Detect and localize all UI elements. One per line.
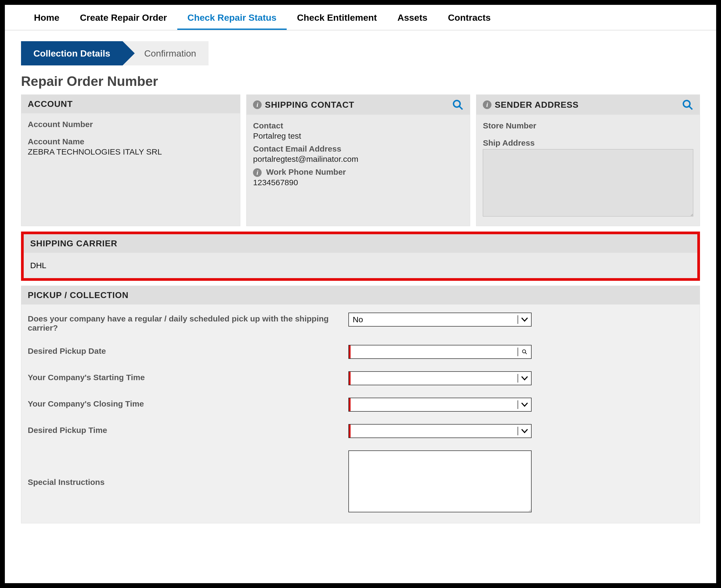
special-instructions-textarea[interactable]	[348, 450, 532, 512]
shipping-carrier-value: DHL	[24, 253, 697, 278]
account-name-value: ZEBRA TECHNOLOGIES ITALY SRL	[28, 147, 234, 156]
shipping-contact-header: i SHIPPING CONTACT	[246, 95, 470, 115]
ship-address-textarea[interactable]	[483, 149, 693, 216]
chevron-down-icon	[518, 427, 531, 435]
svg-line-5	[525, 352, 527, 354]
svg-line-1	[459, 106, 462, 109]
row-desired-pickup-time: Desired Pickup Time	[28, 424, 693, 438]
shipping-contact-body: Contact Portalreg test Contact Email Add…	[246, 115, 470, 226]
sender-address-title: SENDER ADDRESS	[495, 100, 579, 110]
start-time-select[interactable]	[348, 371, 532, 385]
row-close-time: Your Company's Closing Time	[28, 398, 693, 412]
app-frame: Home Create Repair Order Check Repair St…	[5, 5, 716, 583]
desired-pickup-date-input[interactable]	[348, 345, 532, 359]
nav-check-repair-status[interactable]: Check Repair Status	[177, 8, 287, 30]
account-panel-body: Account Number Account Name ZEBRA TECHNO…	[21, 113, 240, 226]
info-icon: i	[253, 168, 262, 177]
calendar-icon[interactable]	[518, 348, 531, 356]
pickup-section: PICKUP / COLLECTION Does your company ha…	[21, 286, 700, 523]
pickup-header: PICKUP / COLLECTION	[21, 286, 700, 304]
work-phone-label: i Work Phone Number	[253, 167, 463, 177]
contact-email-value: portalregtest@mailinator.com	[253, 154, 463, 164]
regular-pickup-value: No	[353, 315, 363, 324]
account-number-label: Account Number	[28, 120, 234, 129]
search-icon[interactable]	[452, 99, 463, 110]
svg-point-0	[454, 100, 460, 107]
row-special-instructions: Special Instructions	[28, 450, 693, 512]
shipping-carrier-highlight: SHIPPING CARRIER DHL	[21, 232, 700, 281]
regular-pickup-label: Does your company have a regular / daily…	[28, 313, 348, 333]
row-regular-pickup: Does your company have a regular / daily…	[28, 313, 693, 333]
row-start-time: Your Company's Starting Time	[28, 371, 693, 385]
nav-contracts[interactable]: Contracts	[438, 8, 501, 30]
info-icon: i	[483, 100, 492, 109]
desired-pickup-date-label: Desired Pickup Date	[28, 345, 348, 356]
contact-label: Contact	[253, 121, 463, 130]
svg-point-2	[683, 100, 690, 107]
required-indicator	[349, 372, 351, 385]
close-time-select[interactable]	[348, 398, 532, 412]
contact-email-label: Contact Email Address	[253, 144, 463, 153]
chevron-down-icon	[518, 315, 531, 324]
start-time-label: Your Company's Starting Time	[28, 371, 348, 382]
chevron-down-icon	[518, 374, 531, 383]
shipping-carrier-header: SHIPPING CARRIER	[24, 234, 697, 253]
sender-address-header: i SENDER ADDRESS	[476, 95, 700, 115]
store-number-label: Store Number	[483, 121, 693, 130]
progress-steps: Collection Details Confirmation	[21, 41, 700, 65]
nav-check-entitlement[interactable]: Check Entitlement	[287, 8, 387, 30]
sender-address-body: Store Number Ship Address	[476, 115, 700, 226]
page-content: Collection Details Confirmation Repair O…	[5, 30, 716, 529]
shipping-carrier-section: SHIPPING CARRIER DHL	[24, 234, 697, 278]
work-phone-value: 1234567890	[253, 178, 463, 187]
required-indicator	[349, 425, 351, 438]
step-confirmation[interactable]: Confirmation	[123, 41, 208, 65]
special-instructions-label: Special Instructions	[28, 476, 348, 487]
account-name-label: Account Name	[28, 137, 234, 146]
required-indicator	[349, 345, 351, 358]
shipping-contact-title: SHIPPING CONTACT	[265, 100, 354, 110]
account-panel: ACCOUNT Account Number Account Name ZEBR…	[21, 94, 240, 226]
svg-line-3	[689, 106, 692, 109]
account-panel-title: ACCOUNT	[28, 99, 73, 109]
step-collection-details[interactable]: Collection Details	[21, 41, 123, 65]
required-indicator	[349, 398, 351, 411]
regular-pickup-select[interactable]: No	[348, 313, 532, 327]
pickup-body: Does your company have a regular / daily…	[21, 304, 700, 523]
account-panel-header: ACCOUNT	[21, 95, 240, 113]
special-instructions-wrap	[348, 450, 532, 512]
top-nav: Home Create Repair Order Check Repair St…	[5, 5, 716, 30]
chevron-down-icon	[518, 400, 531, 409]
nav-home[interactable]: Home	[24, 8, 69, 30]
row-desired-pickup-date: Desired Pickup Date	[28, 345, 693, 359]
sender-address-panel: i SENDER ADDRESS Store Number Ship Addre…	[476, 94, 700, 226]
desired-pickup-time-select[interactable]	[348, 424, 532, 438]
desired-pickup-time-label: Desired Pickup Time	[28, 424, 348, 435]
page-title: Repair Order Number	[21, 74, 700, 89]
close-time-label: Your Company's Closing Time	[28, 398, 348, 408]
work-phone-label-text: Work Phone Number	[266, 167, 346, 176]
shipping-contact-panel: i SHIPPING CONTACT Contact Portalreg tes…	[246, 94, 470, 226]
nav-assets[interactable]: Assets	[387, 8, 438, 30]
info-icon: i	[253, 100, 262, 109]
nav-create-repair-order[interactable]: Create Repair Order	[69, 8, 177, 30]
summary-panels: ACCOUNT Account Number Account Name ZEBR…	[21, 94, 700, 226]
search-icon[interactable]	[682, 99, 693, 110]
ship-address-label: Ship Address	[483, 139, 693, 148]
contact-value: Portalreg test	[253, 131, 463, 141]
